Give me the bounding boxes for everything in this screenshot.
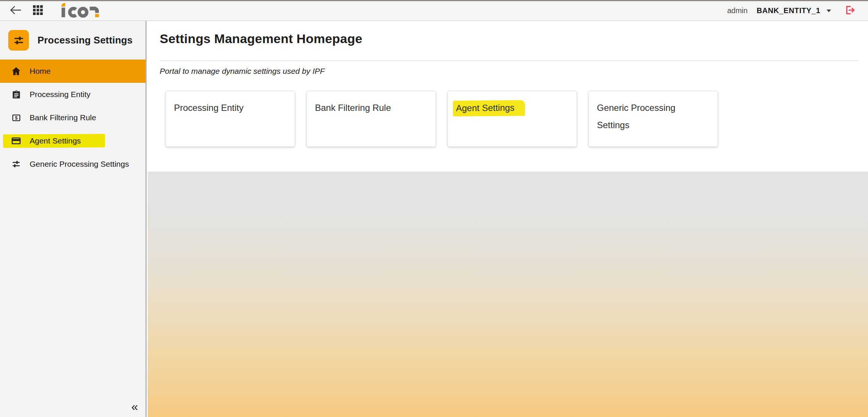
apps-grid-icon xyxy=(33,5,43,17)
top-bar-left xyxy=(0,3,105,19)
card-label: Processing Entity xyxy=(174,103,243,113)
title-divider xyxy=(160,60,858,61)
sidebar-item-label: Agent Settings xyxy=(30,136,81,145)
svg-text:$: $ xyxy=(15,115,18,120)
home-icon xyxy=(10,66,22,77)
icon-brand-logo xyxy=(59,2,105,19)
page-title: Settings Management Homepage xyxy=(160,31,858,46)
card-processing-entity[interactable]: Processing Entity xyxy=(165,91,295,147)
sidebar-item-label: Processing Entity xyxy=(30,90,90,99)
back-arrow-icon xyxy=(9,5,22,17)
logout-button[interactable] xyxy=(843,4,857,18)
user-role-label: admin xyxy=(727,6,747,15)
sidebar-item-agent-settings[interactable]: Agent Settings xyxy=(0,129,145,152)
sidebar-item-generic-processing-settings[interactable]: Generic Processing Settings xyxy=(0,152,145,176)
credit-card-icon xyxy=(10,135,22,146)
sidebar-item-label: Bank Filtering Rule xyxy=(30,113,96,122)
settings-home-panel: Settings Management Homepage Portal to m… xyxy=(148,21,868,172)
sidebar-app-title: Processing Settings xyxy=(37,34,133,46)
logout-icon xyxy=(844,4,856,18)
app-window: admin BANK_ENTITY_1 xyxy=(0,0,868,417)
sidebar-item-home[interactable]: Home xyxy=(0,60,145,83)
entity-name-label: BANK_ENTITY_1 xyxy=(757,6,820,15)
card-bank-filtering-rule[interactable]: Bank Filtering Rule xyxy=(306,91,436,147)
sidebar-collapse-button[interactable]: « xyxy=(131,401,138,413)
top-bar: admin BANK_ENTITY_1 xyxy=(0,1,868,21)
settings-cards-row: Processing Entity Bank Filtering Rule Ag… xyxy=(165,91,858,147)
sidebar-item-bank-filtering-rule[interactable]: $ Bank Filtering Rule xyxy=(0,106,145,129)
card-label-highlighted: Agent Settings xyxy=(453,100,525,117)
tune-sliders-icon xyxy=(10,158,22,170)
caret-down-icon xyxy=(826,9,831,12)
entity-dropdown[interactable]: BANK_ENTITY_1 xyxy=(757,6,831,15)
card-generic-processing-settings[interactable]: Generic Processing Settings xyxy=(588,91,718,147)
page-subtitle: Portal to manage dynamic settings used b… xyxy=(160,67,858,76)
card-agent-settings[interactable]: Agent Settings xyxy=(447,91,577,147)
main-content: Settings Management Homepage Portal to m… xyxy=(148,21,868,417)
card-label: Generic Processing Settings xyxy=(597,103,675,130)
app-launcher-button[interactable] xyxy=(31,4,44,17)
card-label: Bank Filtering Rule xyxy=(315,103,391,113)
sidebar-header: Processing Settings xyxy=(0,21,145,60)
sidebar-item-label: Generic Processing Settings xyxy=(30,160,129,169)
sidebar: Processing Settings Home Processing Enti… xyxy=(0,21,147,417)
app-logo[interactable] xyxy=(59,3,105,19)
tune-sliders-icon xyxy=(8,30,29,51)
back-button[interactable] xyxy=(8,4,23,17)
clipboard-icon xyxy=(10,89,22,100)
background-gradient xyxy=(148,172,868,417)
dollar-card-icon: $ xyxy=(10,112,22,123)
sidebar-item-label: Home xyxy=(30,67,51,76)
sidebar-item-processing-entity[interactable]: Processing Entity xyxy=(0,83,145,106)
top-bar-right: admin BANK_ENTITY_1 xyxy=(727,4,857,18)
